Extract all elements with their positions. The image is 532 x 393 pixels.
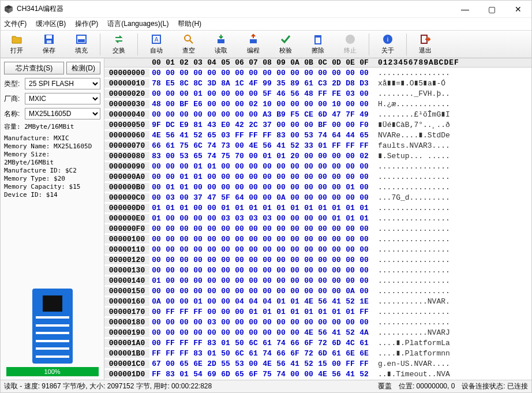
hex-row[interactable]: 000001C06700656E2D5553004E5641521500FFFF… — [104, 358, 531, 369]
svg-rect-4 — [46, 35, 52, 39]
read-button[interactable]: 读取 — [205, 31, 237, 58]
hex-row[interactable]: 000001600A000001000004040401014E5641521E… — [104, 296, 531, 306]
read-icon — [215, 33, 227, 45]
hex-row[interactable]: 0000019000000000000000000000004E5641524A… — [104, 327, 531, 338]
prog-icon — [248, 33, 259, 45]
exit-icon — [419, 33, 431, 45]
hex-header: 000102030405060708090A0B0C0D0E0F 0123456… — [104, 58, 531, 68]
detect-button[interactable]: 检测(D) — [66, 62, 100, 74]
hex-row[interactable]: 0000001078E58C8C3D8A1C4F99358961C32DD8D3… — [104, 78, 531, 88]
svg-point-16 — [346, 35, 355, 44]
menu-buffer[interactable]: 缓冲区(B) — [36, 19, 66, 29]
menubar: 文件(F) 缓冲区(B) 操作(P) 语言(Languages)(L) 帮助(H… — [1, 18, 531, 31]
chip-diagram — [32, 289, 73, 364]
status-conn: 设备连接状态: 已连接 — [462, 381, 528, 391]
progress-bar: 100% — [6, 367, 99, 376]
status-pos: 位置: 00000000, 0 — [399, 381, 455, 391]
maker-label: 厂商: — [4, 94, 23, 104]
hex-row[interactable]: 000000A000000101000000000000000000000000… — [104, 171, 531, 182]
hex-row[interactable]: 000001B0FFFFFF8301506C6174666F726D616E6E… — [104, 348, 531, 358]
chip-search-button[interactable]: 芯片查找(S) — [4, 62, 64, 74]
hex-row[interactable]: 000000509FDCE98143E0422C37000000BF0000F0… — [104, 119, 531, 130]
svg-point-10 — [185, 35, 190, 41]
verify-button[interactable]: 校验 — [269, 31, 302, 58]
svg-rect-5 — [47, 40, 51, 43]
verify-icon — [280, 33, 291, 45]
exit-button[interactable]: 退出 — [409, 31, 441, 58]
svg-text:i: i — [387, 36, 388, 43]
save-button[interactable]: 保存 — [33, 31, 65, 58]
fill-button[interactable]: 填充 — [65, 31, 98, 58]
status-mode: 覆盖 — [378, 381, 392, 391]
svg-rect-15 — [314, 35, 321, 37]
hex-editor[interactable]: 000102030405060708090A0B0C0D0E0F 0123456… — [104, 58, 531, 380]
menu-help[interactable]: 帮助(H) — [178, 19, 201, 29]
swap-button[interactable]: 交换 — [103, 31, 135, 58]
hex-row[interactable]: 000000D001010100000101010101010101010101… — [104, 203, 531, 213]
hex-row[interactable]: 0000017000FFFFFF0000000101010101010101FF… — [104, 306, 531, 317]
hex-row[interactable]: 0000008083005365747570000101200000000002… — [104, 151, 531, 161]
left-panel: 芯片查找(S) 检测(D) 类型: 25 SPI FLASH 厂商: MXIC … — [1, 58, 104, 380]
minimize-button[interactable]: — — [452, 1, 478, 18]
hex-row[interactable]: 000000C000030037475F6400000A000000000000… — [104, 192, 531, 203]
hex-row[interactable]: 000000604E5641526503FFFFFF83005374644465… — [104, 130, 531, 140]
stop-button: 终止 — [334, 31, 366, 58]
hex-row[interactable]: 000001D0FF830154696D656F757400004E564152… — [104, 369, 531, 379]
hex-row[interactable]: 000000B000010100000000000000000000000100… — [104, 182, 531, 192]
menu-file[interactable]: 文件(F) — [4, 19, 27, 29]
open-button[interactable]: 打开 — [1, 31, 33, 58]
toolbar: 打开 保存 填充 交换 A自动 查空 读取 编程 校验 擦除 终止 i关于 退出 — [1, 31, 531, 58]
svg-rect-12 — [218, 39, 224, 43]
hex-row[interactable]: 0000009000000001010000000000000000000000… — [104, 161, 531, 171]
blank-button[interactable]: 查空 — [173, 31, 205, 58]
maker-select[interactable]: MXIC — [25, 93, 100, 104]
hex-row[interactable]: 0000000000000000000000000000000000000000… — [104, 68, 531, 78]
app-icon — [4, 5, 13, 14]
blank-icon — [183, 33, 194, 45]
name-select[interactable]: MX25L1605D — [25, 108, 100, 119]
erase-button[interactable]: 擦除 — [302, 31, 334, 58]
hex-row[interactable]: 000000304800BFE6000000021000000000100000… — [104, 99, 531, 109]
hex-row[interactable]: 0000014001000000000000000000000000000000… — [104, 275, 531, 286]
hex-row[interactable]: 0000012000000000000000000000000000000000… — [104, 254, 531, 265]
hex-row[interactable]: 000000706661756C7473004E5641523301FFFFFF… — [104, 140, 531, 151]
name-label: 名称: — [4, 109, 23, 119]
type-select[interactable]: 25 SPI FLASH — [25, 78, 100, 89]
about-button[interactable]: i关于 — [372, 31, 404, 58]
close-button[interactable]: ✕ — [505, 1, 531, 18]
type-label: 类型: — [4, 79, 23, 89]
maximize-button[interactable]: ▢ — [478, 1, 505, 18]
hex-row[interactable]: 000000E001000000000303030300000000010101… — [104, 213, 531, 223]
svg-text:A: A — [155, 36, 159, 43]
auto-icon: A — [151, 33, 162, 45]
hex-row[interactable]: 000000F000000000000000000000000000000000… — [104, 223, 531, 234]
fill-icon — [76, 33, 87, 45]
menu-operate[interactable]: 操作(P) — [75, 19, 98, 29]
save-icon — [43, 33, 55, 45]
hex-row[interactable]: 000001A000FFFFFF8301506C6174666F726D4C61… — [104, 338, 531, 348]
menu-language[interactable]: 语言(Languages)(L) — [107, 19, 168, 29]
svg-line-11 — [190, 40, 193, 43]
stop-icon — [344, 33, 356, 45]
hex-row[interactable]: 0000010000000000000000000000000000000000… — [104, 234, 531, 244]
capacity-text: 容量: 2MByte/16MBit — [4, 123, 100, 131]
hex-row[interactable]: 0000015000000000000000000000000000000A00… — [104, 286, 531, 296]
prog-button[interactable]: 编程 — [237, 31, 269, 58]
swap-icon — [113, 33, 125, 45]
svg-rect-14 — [315, 37, 321, 44]
window-title: CH341A编程器 — [17, 4, 452, 14]
erase-icon — [312, 33, 324, 45]
open-icon — [11, 33, 23, 45]
auto-button[interactable]: A自动 — [140, 31, 173, 58]
hex-row[interactable]: 0000013000000000000000000000000000000000… — [104, 265, 531, 275]
hex-row[interactable]: 0000002000000001000000005F465648FFFE0300… — [104, 88, 531, 99]
chip-info-text: Manufacture: MXIC Memory Name: MX25L1605… — [4, 134, 100, 199]
about-icon: i — [382, 33, 394, 45]
svg-rect-7 — [78, 39, 85, 42]
titlebar: CH341A编程器 — ▢ ✕ — [1, 1, 531, 18]
hex-row[interactable]: 000000400000000000000000A3B9F5CE6D477F49… — [104, 109, 531, 119]
hex-row[interactable]: 0000011000000000000000000000000000000000… — [104, 244, 531, 254]
status-left: 读取 - 速度: 91867 字节/秒, 大小: 2097152 字节, 用时:… — [4, 381, 212, 391]
svg-rect-13 — [250, 39, 257, 43]
hex-row[interactable]: 0000018000000000030000000000000000000000… — [104, 317, 531, 327]
